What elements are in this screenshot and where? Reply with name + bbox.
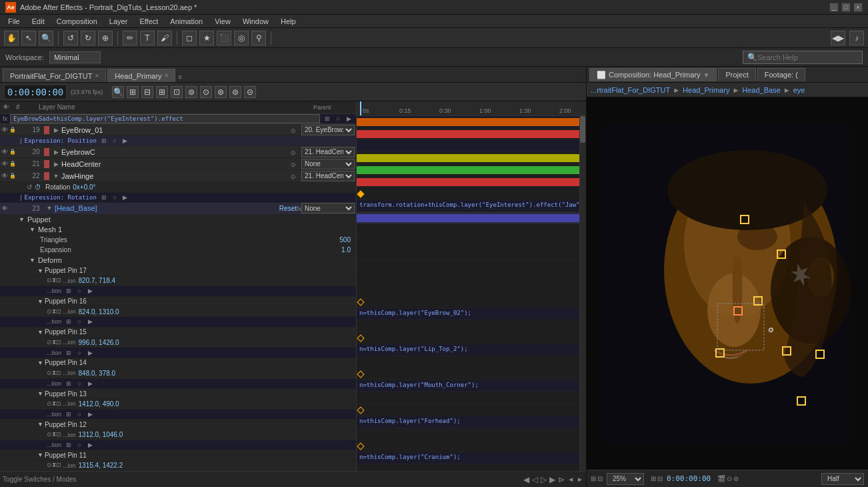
- timeline-btn-8[interactable]: ⊜: [229, 86, 241, 98]
- track-23[interactable]: [357, 212, 586, 224]
- render-btn-3[interactable]: ⊚: [733, 475, 739, 482]
- close-button[interactable]: ×: [853, 3, 863, 12]
- pin13-row[interactable]: ▼ Puppet Pin 13: [0, 389, 356, 399]
- pin15-expand[interactable]: ▼: [37, 329, 43, 336]
- expr-btn-1[interactable]: ⊞: [323, 114, 332, 123]
- pin13-expr-btn3[interactable]: ▶: [85, 410, 95, 419]
- nav-prev-kf-btn[interactable]: ◁: [532, 475, 538, 484]
- expression-bar-text[interactable]: EyeBrowSad=thisComp.layer("EyeInterest")…: [10, 114, 320, 123]
- expr-row-btn-1-19[interactable]: ⊞: [99, 136, 109, 145]
- tool-hand[interactable]: ✋: [4, 31, 19, 45]
- pin14-expand[interactable]: ▼: [37, 360, 43, 366]
- tool-puppet[interactable]: ⚲: [251, 31, 266, 45]
- tool-rotate[interactable]: ↺: [63, 31, 78, 45]
- pin12-expr-btn3[interactable]: ▶: [85, 440, 95, 450]
- window-controls[interactable]: _ □ ×: [829, 3, 863, 12]
- pin12-pos-value[interactable]: 1312.0, 1046.0: [79, 431, 123, 438]
- tool-fill[interactable]: ⬛: [217, 31, 231, 45]
- expr-btn-2[interactable]: ○: [333, 114, 343, 123]
- layer-row-21[interactable]: 👁 🔒 21 ▶ HeadCenter ⊙ None: [0, 158, 356, 170]
- tool-select[interactable]: ↖: [21, 31, 36, 45]
- breadcrumb-1[interactable]: ...rtraitFlat_For_DIGTUT: [591, 86, 670, 94]
- pin14-expr-btn1[interactable]: ⊞: [64, 379, 73, 388]
- mesh1-expand[interactable]: ▼: [29, 226, 35, 233]
- pin15-expr-btn3[interactable]: ▶: [85, 348, 95, 358]
- expand-22[interactable]: ▼: [51, 173, 61, 179]
- menu-effect[interactable]: Effect: [134, 16, 163, 27]
- tool-rotate2[interactable]: ↻: [81, 31, 95, 45]
- deform-row[interactable]: ▼ Deform: [0, 256, 356, 266]
- solo-19[interactable]: ⊙: [291, 127, 296, 134]
- pin15-expr-btn1[interactable]: ⊞: [64, 348, 73, 358]
- scrollbar-thumb[interactable]: [580, 116, 585, 143]
- layer-row-23[interactable]: 👁 23 ▼ [Head_Base] Reset fx None: [0, 203, 356, 215]
- pin17-expr-btn1[interactable]: ⊞: [64, 286, 73, 296]
- zoom-select[interactable]: 25% 50% 100%: [607, 473, 644, 485]
- menu-animation[interactable]: Animation: [165, 16, 208, 27]
- comp-tab-portrait[interactable]: PortraitFlat_For_DIGTUT ×: [3, 69, 106, 82]
- pin14-pos-value[interactable]: 848.0, 378.0: [79, 370, 116, 377]
- kf-pin15[interactable]: [357, 370, 364, 378]
- tab-footage[interactable]: Footage: (: [757, 68, 805, 81]
- solo-21[interactable]: ⊙: [291, 161, 296, 168]
- breadcrumb-3[interactable]: Head_Base: [742, 86, 781, 94]
- timeline-btn-7[interactable]: ⊛: [215, 86, 227, 98]
- parent-select-19[interactable]: 20. EyeBrowx: [301, 125, 355, 135]
- eye-20[interactable]: 👁: [1, 148, 8, 155]
- tool-orbit[interactable]: ⊕: [98, 31, 113, 45]
- parent-select-21[interactable]: None: [301, 159, 355, 169]
- footer-view-btn[interactable]: ⊟: [597, 475, 603, 482]
- layer-name-21[interactable]: HeadCenter: [61, 160, 285, 168]
- maximize-button[interactable]: □: [841, 3, 851, 12]
- track-rotation[interactable]: [357, 188, 586, 200]
- eye-21[interactable]: 👁: [1, 160, 8, 167]
- kf-pin14[interactable]: [357, 406, 364, 414]
- footer-timecode[interactable]: 0:00:00:00: [667, 474, 711, 483]
- expr-btn-3[interactable]: ▶: [344, 114, 353, 123]
- comp-tab-portrait-close[interactable]: ×: [95, 72, 99, 79]
- timeline-btn-6[interactable]: ⊙: [200, 86, 212, 98]
- tool-brush[interactable]: 🖌: [157, 31, 172, 45]
- comp-dropdown-btn[interactable]: ▼: [703, 71, 710, 79]
- pin13-expr-btn2[interactable]: ○: [75, 410, 84, 419]
- lock-20[interactable]: 🔒: [9, 149, 16, 155]
- layer-row-19[interactable]: 👁 🔒 19 ▶ EyeBrow_01 ⊙ 20. EyeBrowx: [0, 124, 356, 136]
- expansion-value[interactable]: 1.0: [341, 246, 351, 254]
- timeline-btn-2[interactable]: ⊟: [141, 86, 153, 98]
- breadcrumb-2[interactable]: Head_Primary: [683, 86, 729, 94]
- breadcrumb-4[interactable]: eye: [793, 86, 805, 94]
- pin16-expr-btn2[interactable]: ○: [75, 317, 84, 326]
- track-19[interactable]: [357, 128, 586, 140]
- eye-22[interactable]: 👁: [1, 172, 8, 179]
- pin13-expand[interactable]: ▼: [37, 390, 43, 397]
- expand-23[interactable]: ▼: [44, 205, 55, 211]
- expand-19[interactable]: ▶: [51, 127, 61, 133]
- kf-pin16[interactable]: [357, 334, 364, 342]
- parent-select-23[interactable]: None: [301, 203, 355, 213]
- tool-roto[interactable]: ◎: [234, 31, 249, 45]
- nav-prev-btn[interactable]: ◀: [523, 475, 529, 484]
- channel-btn-2[interactable]: ⊟: [657, 475, 663, 482]
- expr-rot-btn-3[interactable]: ▶: [121, 193, 130, 202]
- layer-name-22[interactable]: JawHinge: [61, 172, 285, 180]
- pin11-row[interactable]: ▼ Puppet Pin 11: [0, 450, 356, 460]
- pin16-pos-value[interactable]: 824.0, 1310.0: [79, 308, 119, 316]
- tab-project[interactable]: Project: [718, 68, 755, 81]
- pin17-expand[interactable]: ▼: [37, 268, 43, 274]
- pin16-expand[interactable]: ▼: [37, 298, 43, 305]
- pin15-pos-value[interactable]: 996.0, 1426.0: [79, 339, 119, 346]
- comp-viewer[interactable]: [587, 97, 868, 470]
- toggle-switches-btn[interactable]: Toggle Switches / Modes: [3, 476, 77, 483]
- expr-rot-btn-2[interactable]: ○: [110, 193, 119, 202]
- pin14-row[interactable]: ▼ Puppet Pin 14: [0, 358, 356, 368]
- pin12-expand[interactable]: ▼: [37, 421, 43, 428]
- timeline-btn-3[interactable]: ⊞: [156, 86, 168, 98]
- pin12-expr-btn2[interactable]: ○: [75, 440, 84, 450]
- expr-row-btn-3-19[interactable]: ▶: [121, 136, 130, 145]
- pin15-expr-btn2[interactable]: ○: [75, 348, 84, 358]
- pin14-expr-btn2[interactable]: ○: [75, 379, 84, 388]
- layer-row-22[interactable]: 👁 🔒 22 ▼ JawHinge ⊙ 21. HeadCen: [0, 170, 356, 182]
- tab-composition[interactable]: ⬜ Composition: Head_Primary ▼: [589, 68, 717, 81]
- expand-20[interactable]: ▶: [51, 149, 61, 155]
- puppet-expand[interactable]: ▼: [19, 216, 25, 223]
